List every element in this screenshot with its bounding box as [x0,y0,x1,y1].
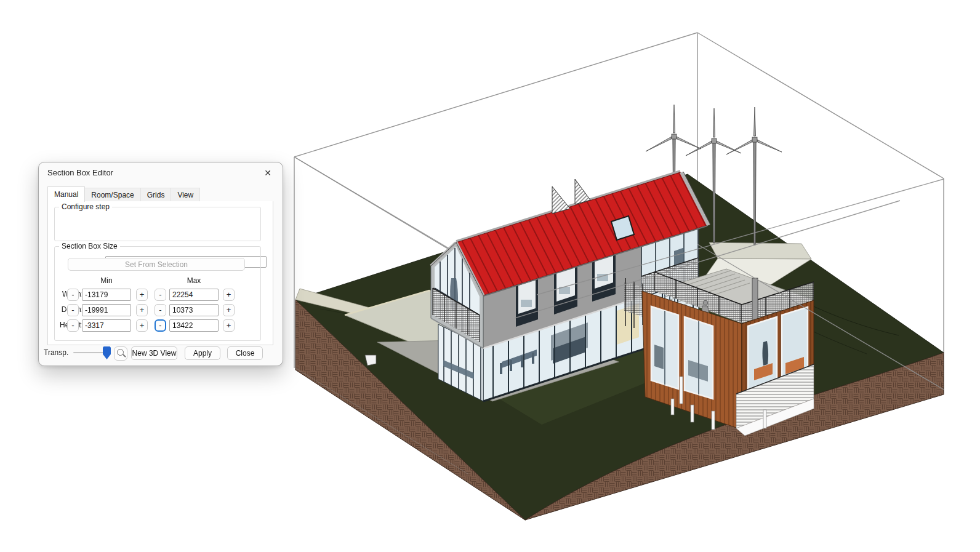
max-header: Max [169,276,219,285]
new-3d-view-button[interactable]: New 3D View [131,346,177,360]
close-icon[interactable]: ✕ [261,166,275,180]
height-min-plus-button[interactable]: + [136,319,148,332]
width-max-minus-button[interactable]: - [155,289,166,301]
depth-max-input[interactable] [169,304,219,316]
tab-room-space[interactable]: Room/Space [84,188,140,202]
manual-tab-panel: Configure step Step: Section Box Size Se… [47,201,273,345]
min-header: Min [82,276,131,285]
zoom-preview-button[interactable] [114,346,127,361]
configure-step-group [54,207,261,241]
height-max-plus-button[interactable]: + [223,319,235,332]
section-box-size-label: Section Box Size [59,242,120,250]
tab-view[interactable]: View [171,188,200,202]
set-from-selection-button[interactable]: Set From Selection [68,258,245,271]
chimney-vent [552,186,570,214]
transparency-label: Transp. [44,348,68,357]
dialog-title: Section Box Editor [47,168,113,177]
transparency-slider-thumb[interactable] [103,346,111,359]
app-window: { "window": { "title": "Section Box Edit… [0,0,980,552]
depth-max-plus-button[interactable]: + [223,304,235,316]
tab-strip: ManualRoom/SpaceGridsView [47,187,273,202]
close-button[interactable]: Close [227,346,263,360]
height-max-input[interactable] [169,319,219,332]
tab-grids[interactable]: Grids [140,188,172,202]
width-min-input[interactable] [82,289,131,301]
depth-min-input[interactable] [82,304,131,316]
annex-window [685,317,713,399]
depth-max-minus-button[interactable]: - [155,304,166,316]
width-min-plus-button[interactable]: + [136,289,148,301]
section-box-editor-dialog: Section Box Editor ✕ ManualRoom/SpaceGri… [38,162,283,366]
annex-window [651,306,678,389]
apply-button[interactable]: Apply [185,346,220,360]
width-max-input[interactable] [169,289,219,301]
width-max-plus-button[interactable]: + [223,289,235,301]
height-min-minus-button[interactable]: - [67,319,79,332]
depth-min-plus-button[interactable]: + [136,304,148,316]
height-max-minus-button[interactable]: - [155,319,166,332]
configure-step-label: Configure step [59,202,112,211]
tab-manual[interactable]: Manual [47,186,85,202]
depth-min-minus-button[interactable]: - [67,304,79,316]
height-min-input[interactable] [82,319,131,332]
chimney-vent [575,179,590,204]
width-min-minus-button[interactable]: - [67,289,79,301]
